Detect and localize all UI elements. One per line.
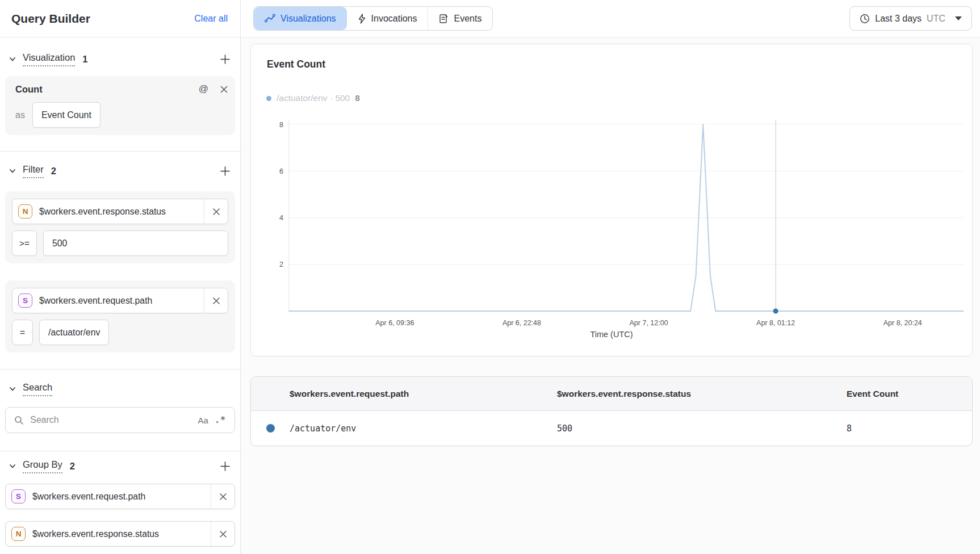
filter-section-label[interactable]: Filter <box>23 164 44 178</box>
legend-series-label: /actuator/env · 500 <box>277 93 350 103</box>
chevron-down-icon[interactable] <box>9 167 16 175</box>
filter-section-header: Filter 2 <box>0 163 240 179</box>
remove-filter-button[interactable] <box>204 288 228 313</box>
chevron-down-icon[interactable] <box>9 55 16 63</box>
svg-text:2: 2 <box>279 261 283 268</box>
filter-operator-select[interactable]: >= <box>12 230 37 256</box>
svg-text:Apr 8, 01:12: Apr 8, 01:12 <box>756 319 795 327</box>
visualization-section-label[interactable]: Visualization <box>23 52 75 66</box>
search-icon <box>14 416 24 425</box>
tab-events[interactable]: Events <box>428 7 492 30</box>
chart-title: Event Count <box>267 58 325 70</box>
cell-path: /actuator/env <box>290 423 557 434</box>
svg-text:Apr 6, 22:48: Apr 6, 22:48 <box>502 319 541 327</box>
event-count-chart-card: Event Count /actuator/env · 500 8 8642Ap… <box>250 44 973 356</box>
results-table: $workers.event.request.path $workers.eve… <box>250 376 973 446</box>
filter-field-name[interactable]: $workers.event.request.path <box>32 296 204 306</box>
tab-invocations[interactable]: Invocations <box>347 7 428 30</box>
number-type-badge: N <box>18 204 32 219</box>
add-visualization-button[interactable] <box>218 52 232 66</box>
match-case-toggle[interactable]: Aa <box>198 416 208 425</box>
number-type-badge: N <box>11 527 26 541</box>
visualization-card: Count @ as Event Count <box>5 76 235 135</box>
lightning-icon <box>358 14 366 24</box>
sidebar-header: Query Builder Clear all <box>0 0 240 37</box>
search-input[interactable]: Search Aa .* <box>5 407 235 433</box>
section-divider <box>0 151 240 152</box>
remove-group-by-button[interactable] <box>211 522 234 546</box>
chevron-down-icon[interactable] <box>9 385 16 393</box>
time-range-timezone: UTC <box>927 14 945 24</box>
filter-field-row[interactable]: N $workers.event.response.status <box>12 199 228 224</box>
remove-filter-button[interactable] <box>204 199 228 224</box>
filter-field-row[interactable]: S $workers.event.request.path <box>12 288 228 313</box>
page-title: Query Builder <box>11 12 90 26</box>
close-icon <box>219 530 227 538</box>
chart-legend[interactable]: /actuator/env · 500 8 <box>266 93 360 103</box>
event-count-chart[interactable]: 8642Apr 6, 09:36Apr 6, 22:48Apr 7, 12:00… <box>251 118 973 329</box>
close-icon <box>219 493 227 501</box>
column-header-status[interactable]: $workers.event.response.status <box>557 389 847 399</box>
group-by-field-name[interactable]: $workers.event.response.status <box>26 529 211 539</box>
svg-text:6: 6 <box>279 167 283 175</box>
column-header-path[interactable]: $workers.event.request.path <box>290 389 557 399</box>
add-filter-button[interactable] <box>218 164 232 178</box>
filter-count: 2 <box>51 166 56 177</box>
clear-all-button[interactable]: Clear all <box>194 14 228 24</box>
regex-toggle[interactable]: .* <box>215 415 226 425</box>
section-divider <box>0 369 240 370</box>
visualization-function[interactable]: Count <box>12 84 199 95</box>
chevron-down-icon[interactable] <box>9 462 16 470</box>
group-by-section-header: Group By 2 <box>0 458 240 474</box>
search-section-label[interactable]: Search <box>23 382 52 396</box>
add-group-by-button[interactable] <box>218 459 232 473</box>
filter-value-input[interactable]: /actuator/env <box>39 320 109 345</box>
svg-text:Apr 7, 12:00: Apr 7, 12:00 <box>630 319 668 327</box>
filter-card: S $workers.event.request.path = /actuato… <box>5 280 235 352</box>
svg-text:Apr 8, 20:24: Apr 8, 20:24 <box>883 319 922 327</box>
group-by-field-name[interactable]: $workers.event.request.path <box>26 492 211 502</box>
as-label: as <box>12 110 25 120</box>
time-range-selector[interactable]: Last 3 days UTC <box>849 6 972 31</box>
remove-group-by-button[interactable] <box>211 484 234 509</box>
filter-value-input[interactable]: 500 <box>43 230 228 256</box>
group-by-field-row[interactable]: N $workers.event.response.status <box>5 521 235 547</box>
group-by-field-row[interactable]: S $workers.event.request.path <box>5 484 235 509</box>
visualization-alias-input[interactable]: Event Count <box>32 102 100 128</box>
visualization-count: 1 <box>82 54 87 65</box>
group-by-section-label[interactable]: Group By <box>23 459 62 473</box>
plus-icon <box>220 461 231 472</box>
group-by-count: 2 <box>70 461 75 472</box>
filter-operator-select[interactable]: = <box>12 320 33 345</box>
remove-visualization-icon[interactable] <box>220 85 228 94</box>
filter-card: N $workers.event.response.status >= 500 <box>5 191 235 263</box>
string-type-badge: S <box>18 293 32 308</box>
legend-dot <box>266 96 271 101</box>
section-divider <box>0 451 240 451</box>
main-content: Visualizations Invocations Events Last 3… <box>241 0 980 554</box>
tab-label: Events <box>454 14 481 24</box>
series-color-dot <box>266 424 275 433</box>
tab-visualizations[interactable]: Visualizations <box>254 7 347 30</box>
time-range-label: Last 3 days <box>875 14 922 24</box>
legend-series-total: 8 <box>355 93 360 103</box>
tab-label: Invocations <box>371 14 417 24</box>
filter-field-name[interactable]: $workers.event.response.status <box>32 207 204 217</box>
view-tabs: Visualizations Invocations Events <box>253 6 493 31</box>
column-header-event-count[interactable]: Event Count <box>847 389 972 399</box>
svg-text:Apr 6, 09:36: Apr 6, 09:36 <box>375 319 414 327</box>
table-row[interactable]: /actuator/env 500 8 <box>251 411 972 446</box>
plus-icon <box>220 54 231 65</box>
string-type-badge: S <box>11 489 26 503</box>
chart-x-axis-label: Time (UTC) <box>251 330 972 339</box>
clock-icon <box>860 14 870 24</box>
document-icon <box>439 14 449 24</box>
close-icon <box>212 208 220 216</box>
tab-label: Visualizations <box>280 14 336 24</box>
visualization-section-header: Visualization 1 <box>0 51 240 67</box>
results-table-header: $workers.event.request.path $workers.eve… <box>251 377 972 411</box>
close-icon <box>212 297 220 305</box>
search-section-header: Search <box>0 381 240 397</box>
search-placeholder: Search <box>30 415 192 425</box>
at-icon[interactable]: @ <box>199 83 208 95</box>
